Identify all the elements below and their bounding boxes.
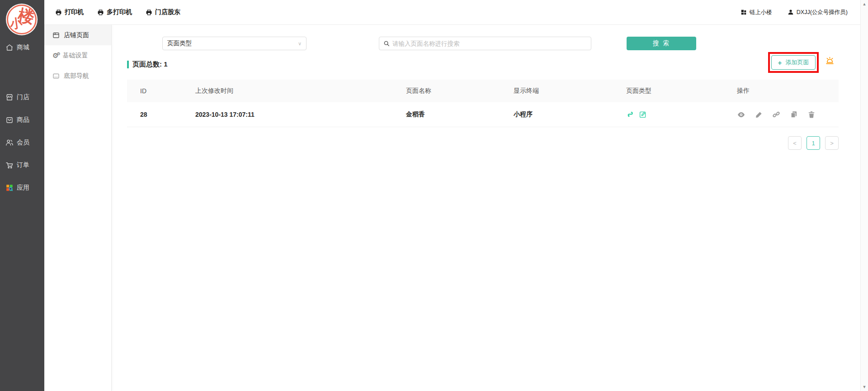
current-page-button[interactable]: 1	[807, 136, 820, 150]
sidebar-item-goods[interactable]: 商品	[0, 112, 44, 128]
add-page-annotation-box: + 添加页面	[768, 52, 819, 73]
cell-page-type	[626, 110, 737, 119]
printer-icon	[97, 9, 104, 16]
link-icon[interactable]	[772, 110, 780, 119]
printer-icon	[55, 9, 62, 16]
sidebar-item-label: 应用	[17, 184, 29, 192]
cell-id: 28	[140, 111, 195, 118]
sidebar-item-label: 商城	[17, 43, 29, 52]
app-root: 楼 小 商城 门店 商品 会员 订单 应用	[0, 0, 868, 391]
col-header-name: 页面名称	[406, 87, 514, 95]
search-input[interactable]	[392, 40, 587, 47]
printer-icon	[146, 9, 152, 16]
cell-modified: 2023-10-13 17:07:11	[195, 111, 406, 118]
brand-logo[interactable]: 楼 小	[6, 4, 38, 35]
logo-char-bottom: 小	[9, 14, 24, 32]
sidebar-item-store[interactable]: 门店	[0, 90, 44, 105]
copy-icon[interactable]	[790, 110, 798, 119]
scroll-up-icon[interactable]: ▲	[861, 2, 868, 6]
subnav-item-label: 底部导航	[64, 72, 89, 80]
next-page-button[interactable]: >	[825, 136, 839, 150]
sidebar-item-members[interactable]: 会员	[0, 135, 44, 150]
cell-name: 金稻香	[406, 110, 514, 119]
scroll-down-icon[interactable]: ▼	[861, 385, 868, 389]
subnav-item-basic-settings[interactable]: ⚙⚙ 基础设置	[44, 45, 111, 66]
col-header-id: ID	[140, 87, 195, 95]
topbar-right: 链上小楼 DXJJ(公众号操作员)	[741, 9, 860, 16]
sidebar-item-mall[interactable]: 商城	[0, 40, 44, 55]
topnav-item-printer[interactable]: 打印机	[55, 8, 84, 16]
user-menu[interactable]: DXJJ(公众号操作员)	[788, 9, 848, 16]
topnav-item-label: 打印机	[65, 8, 84, 16]
page-total-label: 页面总数: 1	[132, 60, 168, 69]
prev-page-button[interactable]: <	[788, 136, 802, 150]
topnav-item-label: 门店股东	[155, 8, 180, 16]
cell-terminal: 小程序	[514, 110, 626, 119]
col-header-modified: 上次修改时间	[195, 87, 406, 95]
table-row: 28 2023-10-13 17:07:11 金稻香 小程序	[127, 102, 839, 127]
store-name: 链上小楼	[750, 9, 772, 16]
edit-pencil-icon[interactable]	[755, 111, 763, 119]
col-header-terminal: 显示终端	[514, 87, 626, 95]
apps-icon	[5, 184, 14, 192]
user-icon	[788, 9, 794, 15]
sidebar-item-label: 会员	[17, 138, 29, 147]
delete-icon[interactable]	[807, 110, 816, 119]
topnav-item-multi-printer[interactable]: 多打印机	[97, 8, 132, 16]
main-sidebar: 楼 小 商城 门店 商品 会员 订单 应用	[0, 0, 44, 391]
edit-square-icon[interactable]	[639, 110, 647, 119]
add-page-label: 添加页面	[785, 58, 809, 67]
pages-table: ID 上次修改时间 页面名称 显示终端 页面类型 操作 28 2023-10-1…	[127, 80, 839, 127]
accent-bar	[127, 61, 129, 68]
topnav-item-label: 多打印机	[107, 8, 132, 16]
topbar: 打印机 多打印机 门店股东 链上小楼 DXJJ(公众号操作员)	[44, 0, 860, 25]
subnav-item-bottom-nav[interactable]: 底部导航	[44, 66, 111, 86]
gears-icon: ⚙⚙	[52, 52, 59, 59]
page-type-select-value: 页面类型	[167, 39, 192, 48]
subnav-item-label: 基础设置	[63, 52, 88, 60]
table-header-row: ID 上次修改时间 页面名称 显示终端 页面类型 操作	[127, 80, 839, 102]
home-icon	[5, 43, 14, 52]
bag-icon	[5, 116, 14, 124]
view-icon[interactable]	[737, 110, 745, 119]
add-page-button[interactable]: + 添加页面	[771, 55, 816, 70]
storefront-icon	[5, 93, 14, 101]
sidebar-item-orders[interactable]: 订单	[0, 157, 44, 173]
col-header-type: 页面类型	[626, 87, 737, 95]
sidebar-item-label: 商品	[17, 116, 29, 124]
page-type-select[interactable]: 页面类型 ∨	[162, 37, 307, 50]
members-icon	[5, 138, 14, 147]
cell-actions	[737, 110, 839, 119]
page-total-summary: 页面总数: 1	[127, 60, 168, 69]
bottom-nav-icon	[52, 72, 60, 80]
plus-icon: +	[778, 59, 782, 67]
sidebar-item-label: 门店	[17, 93, 29, 101]
sub-sidebar: 店铺页面 ⚙⚙ 基础设置 底部导航	[44, 25, 112, 391]
topnav: 打印机 多打印机 门店股东	[44, 8, 180, 16]
sidebar-item-label: 订单	[17, 161, 29, 169]
subnav-item-shop-pages[interactable]: 店铺页面	[44, 25, 111, 45]
search-field-wrap	[379, 37, 591, 50]
browser-window-icon	[52, 32, 60, 39]
link-s-icon[interactable]	[626, 110, 634, 119]
pagination: < 1 >	[788, 136, 839, 150]
chevron-down-icon: ∨	[298, 41, 302, 47]
main-content: 页面类型 ∨ 搜 索 页面总数: 1 + 添加页面 ID 上次修改时间	[112, 25, 860, 391]
cart-icon	[5, 161, 14, 169]
alarm-icon[interactable]	[825, 56, 835, 67]
search-icon	[383, 40, 390, 47]
subnav-item-label: 店铺页面	[64, 31, 89, 39]
search-button[interactable]: 搜 索	[627, 37, 696, 50]
col-header-actions: 操作	[737, 87, 839, 95]
sidebar-item-apps[interactable]: 应用	[0, 180, 44, 196]
grid-icon	[741, 9, 747, 15]
vertical-scrollbar[interactable]: ▲ ▼	[860, 0, 868, 391]
topnav-item-store-shareholder[interactable]: 门店股东	[146, 8, 180, 16]
user-name: DXJJ(公众号操作员)	[797, 9, 848, 16]
store-switcher[interactable]: 链上小楼	[741, 9, 772, 16]
